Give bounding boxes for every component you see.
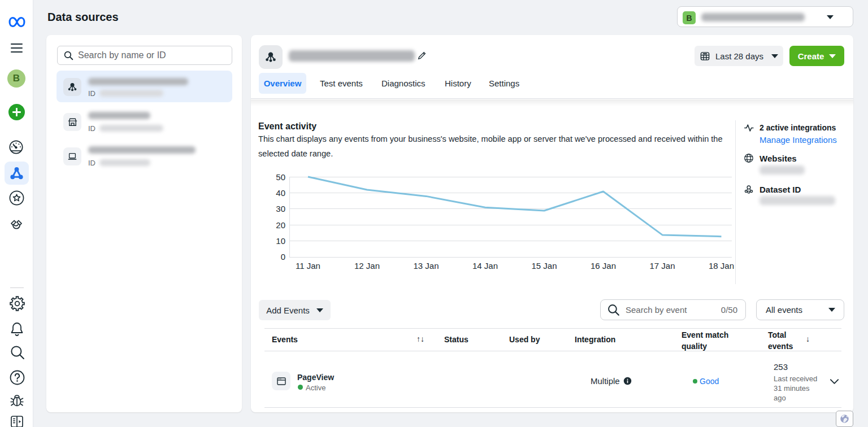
svg-text:15 Jan: 15 Jan — [531, 261, 557, 271]
svg-text:0: 0 — [281, 252, 285, 262]
svg-text:10: 10 — [276, 236, 285, 246]
svg-text:14 Jan: 14 Jan — [472, 261, 498, 271]
svg-text:18 Jan: 18 Jan — [709, 261, 734, 271]
svg-text:13 Jan: 13 Jan — [413, 261, 439, 271]
svg-text:17 Jan: 17 Jan — [649, 261, 675, 271]
svg-text:11 Jan: 11 Jan — [296, 261, 320, 271]
svg-text:16 Jan: 16 Jan — [591, 261, 616, 271]
svg-text:40: 40 — [276, 188, 285, 198]
svg-text:12 Jan: 12 Jan — [354, 261, 380, 271]
svg-text:30: 30 — [276, 204, 285, 213]
svg-text:50: 50 — [276, 172, 285, 182]
svg-text:20: 20 — [276, 220, 285, 230]
